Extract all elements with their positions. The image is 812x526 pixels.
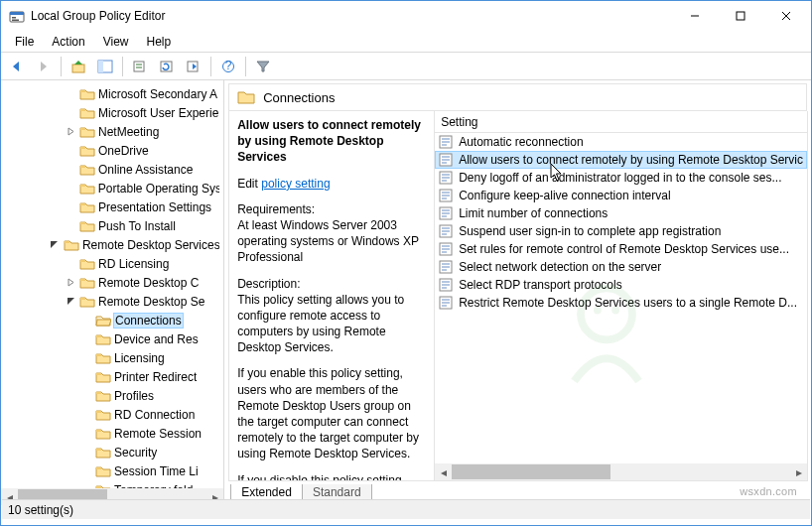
tree-item[interactable]: ·RD Connection xyxy=(1,405,223,424)
tree-item-label: Session Time Li xyxy=(114,464,199,478)
tree-item[interactable]: ·Microsoft User Experie xyxy=(1,103,223,122)
svg-rect-23 xyxy=(80,185,85,187)
details-pane: Connections Allow users to connect remot… xyxy=(224,80,811,505)
svg-rect-2 xyxy=(12,17,16,19)
status-bar: 10 setting(s) xyxy=(2,499,810,519)
policy-icon xyxy=(439,278,455,292)
tree-item[interactable]: Remote Desktop Services xyxy=(1,235,223,254)
menu-file[interactable]: File xyxy=(7,33,42,51)
tree-item[interactable]: NetMeeting xyxy=(1,122,223,141)
setting-row[interactable]: Restrict Remote Desktop Services users t… xyxy=(435,294,807,312)
svg-rect-26 xyxy=(65,241,69,243)
collapse-icon[interactable] xyxy=(65,297,76,306)
help-button[interactable]: ? xyxy=(216,56,240,77)
show-hide-tree-button[interactable] xyxy=(93,56,117,77)
title-bar: Local Group Policy Editor xyxy=(1,1,811,31)
close-button[interactable] xyxy=(763,2,809,30)
edit-policy-link[interactable]: policy setting xyxy=(261,177,330,191)
collapse-icon[interactable] xyxy=(49,240,61,249)
menu-view[interactable]: View xyxy=(95,33,137,51)
tree-pane: ·Microsoft Secondary A·Microsoft User Ex… xyxy=(1,80,224,505)
policy-icon xyxy=(439,242,455,256)
window-controls xyxy=(672,2,809,30)
tree-item[interactable]: ·Security xyxy=(1,443,223,461)
folder-icon xyxy=(79,295,95,309)
setting-row[interactable]: Set rules for remote control of Remote D… xyxy=(435,240,807,258)
tree-item[interactable]: ·Session Time Li xyxy=(1,461,223,480)
up-button[interactable] xyxy=(67,56,90,77)
setting-label: Limit number of connections xyxy=(459,206,608,220)
tree-item-label: Device and Res xyxy=(114,332,199,346)
tree-item[interactable]: ·OneDrive xyxy=(1,141,223,160)
filter-button[interactable] xyxy=(251,56,275,77)
list-scrollbar-horizontal[interactable]: ◂ ▸ xyxy=(435,463,807,480)
policy-icon xyxy=(439,189,455,202)
tree-item-label: RD Licensing xyxy=(98,257,169,271)
tree-item[interactable]: ·Profiles xyxy=(1,386,223,405)
tree-item[interactable]: ·Connections xyxy=(1,311,223,329)
tree-item[interactable]: ·Remote Session xyxy=(1,424,223,443)
settings-rows[interactable]: Automatic reconnectionAllow users to con… xyxy=(435,133,807,463)
svg-rect-22 xyxy=(80,166,85,168)
policy-icon xyxy=(439,171,455,185)
tree-item-label: Security xyxy=(114,446,157,460)
setting-row[interactable]: Allow users to connect remotely by using… xyxy=(435,151,807,169)
tree-item[interactable]: ·Device and Res xyxy=(1,329,223,348)
tree-item[interactable]: ·Portable Operating Sys xyxy=(1,179,223,197)
scroll-thumb[interactable] xyxy=(452,464,610,479)
folder-icon xyxy=(237,89,255,105)
app-icon xyxy=(9,8,25,24)
maximize-button[interactable] xyxy=(718,2,763,30)
folder-icon xyxy=(95,446,111,460)
separator xyxy=(245,57,246,76)
setting-row[interactable]: Limit number of connections xyxy=(435,204,807,222)
forward-button[interactable] xyxy=(32,56,56,77)
tree-item[interactable]: ·Printer Redirect xyxy=(1,367,223,386)
expand-icon[interactable] xyxy=(65,278,76,287)
svg-rect-19 xyxy=(80,109,85,111)
tree-item[interactable]: ·Licensing xyxy=(1,348,223,367)
tree-item[interactable]: ·Presentation Settings xyxy=(1,197,223,216)
policy-icon xyxy=(439,260,455,274)
setting-row[interactable]: Suspend user sign-in to complete app reg… xyxy=(435,222,807,240)
setting-label: Deny logoff of an administrator logged i… xyxy=(459,171,781,185)
properties-button[interactable] xyxy=(128,56,152,77)
tree-item[interactable]: ·Microsoft Secondary A xyxy=(1,84,223,103)
scroll-right-icon[interactable]: ▸ xyxy=(790,463,807,480)
policy-icon xyxy=(439,224,455,238)
setting-label: Configure keep-alive connection interval xyxy=(459,189,670,202)
svg-rect-37 xyxy=(96,467,101,469)
tree-item[interactable]: Remote Desktop C xyxy=(1,273,223,292)
refresh-button[interactable] xyxy=(155,56,179,77)
export-button[interactable] xyxy=(182,56,205,77)
tree-item[interactable]: ·Push To Install xyxy=(1,216,223,235)
svg-rect-1 xyxy=(10,12,24,15)
svg-rect-11 xyxy=(134,62,144,71)
status-text: 10 setting(s) xyxy=(8,503,73,517)
settings-list: Setting Automatic reconnectionAllow user… xyxy=(434,111,807,480)
column-header-setting[interactable]: Setting xyxy=(435,111,807,133)
setting-row[interactable]: Select network detection on the server xyxy=(435,258,807,276)
setting-label: Automatic reconnection xyxy=(459,135,583,149)
setting-row[interactable]: Automatic reconnection xyxy=(435,133,807,151)
folder-icon xyxy=(95,427,111,441)
menu-action[interactable]: Action xyxy=(44,33,92,51)
back-button[interactable] xyxy=(5,56,29,77)
setting-row[interactable]: Configure keep-alive connection interval xyxy=(435,187,807,204)
scroll-left-icon[interactable]: ◂ xyxy=(435,463,452,480)
tree-item[interactable]: ·RD Licensing xyxy=(1,254,223,273)
menu-help[interactable]: Help xyxy=(139,33,180,51)
setting-row[interactable]: Select RDP transport protocols xyxy=(435,276,807,294)
expand-icon[interactable] xyxy=(65,127,76,136)
folder-icon xyxy=(79,200,95,214)
policy-icon xyxy=(439,296,455,310)
tree-item-label: Microsoft Secondary A xyxy=(98,87,217,101)
svg-rect-28 xyxy=(80,279,85,281)
setting-row[interactable]: Deny logoff of an administrator logged i… xyxy=(435,169,807,187)
tree-item[interactable]: ·Online Assistance xyxy=(1,160,223,179)
minimize-button[interactable] xyxy=(672,2,718,30)
policy-icon xyxy=(439,206,455,220)
tree-item-label: Printer Redirect xyxy=(114,370,197,384)
tree[interactable]: ·Microsoft Secondary A·Microsoft User Ex… xyxy=(1,80,223,499)
tree-item[interactable]: Remote Desktop Se xyxy=(1,292,223,311)
